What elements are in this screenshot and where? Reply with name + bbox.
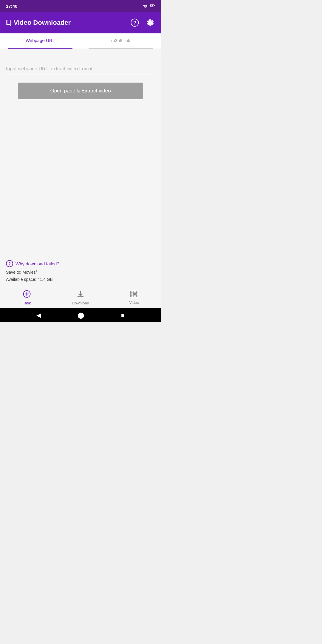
- tab-bar: Webpage URL m3u8 link: [0, 33, 161, 49]
- why-failed-icon: ?: [6, 260, 13, 267]
- app-bar: Lj Video Downloader ?: [0, 12, 161, 33]
- status-time: 17:40: [6, 4, 17, 9]
- footer-meta: Save to: Movies/ Available space: 41.4 G…: [6, 269, 155, 283]
- nav-task[interactable]: Task: [0, 287, 54, 308]
- video-nav-icon: [130, 291, 138, 299]
- recent-button[interactable]: ■: [121, 312, 125, 319]
- battery-icon: [150, 4, 155, 9]
- home-button[interactable]: ⬤: [78, 312, 84, 319]
- download-nav-icon: [77, 290, 84, 300]
- task-label: Task: [23, 301, 31, 305]
- svg-text:?: ?: [133, 20, 136, 25]
- url-input-container: [6, 64, 155, 74]
- settings-icon[interactable]: [145, 18, 155, 27]
- tab-webpage-url[interactable]: Webpage URL: [0, 33, 80, 49]
- system-nav: ◀ ⬤ ■: [0, 308, 161, 322]
- tab-m3u8-link[interactable]: m3u8 link: [80, 33, 161, 49]
- nav-download[interactable]: Download: [54, 287, 107, 308]
- main-content: Open page & Extract video: [0, 49, 161, 255]
- app-title: Lj Video Downloader: [6, 19, 71, 27]
- why-failed-link[interactable]: ? Why download failed?: [6, 260, 155, 267]
- status-icons: [143, 4, 155, 9]
- app-bar-actions: ?: [130, 18, 155, 27]
- status-bar: 17:40: [0, 0, 161, 12]
- svg-rect-16: [133, 293, 136, 295]
- help-icon[interactable]: ?: [130, 18, 140, 27]
- extract-button[interactable]: Open page & Extract video: [18, 83, 143, 99]
- nav-video[interactable]: Video: [107, 287, 161, 308]
- url-input[interactable]: [6, 64, 155, 74]
- task-icon: [23, 290, 31, 300]
- bottom-nav: Task Download Video: [0, 287, 161, 308]
- svg-rect-1: [154, 5, 155, 6]
- save-to-label: Save to: Movies/: [6, 269, 155, 276]
- available-space-label: Available space: 41.4 GB: [6, 276, 155, 283]
- video-label: Video: [129, 300, 139, 305]
- footer-info: ? Why download failed? Save to: Movies/ …: [0, 255, 161, 287]
- wifi-icon: [143, 4, 148, 9]
- download-label: Download: [72, 301, 89, 305]
- back-button[interactable]: ◀: [36, 312, 41, 319]
